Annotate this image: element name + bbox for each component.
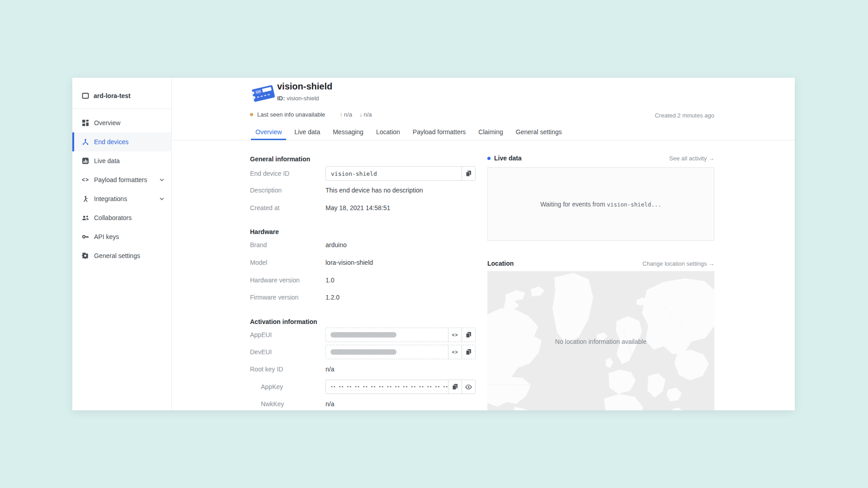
nwkkey-label: NwkKey xyxy=(261,400,284,408)
end-device-id-input[interactable] xyxy=(326,167,462,180)
console-window: ard-lora-test Overview End devices Live xyxy=(72,78,795,410)
tabbar: Overview Live data Messaging Location Pa… xyxy=(172,128,795,141)
see-all-activity-link[interactable]: See all activity → xyxy=(669,155,714,162)
appeui-input-group: <> xyxy=(326,328,476,342)
sidebar-divider xyxy=(72,108,171,109)
chevron-down-icon xyxy=(160,197,164,200)
device-id-line: ID: vision-shield xyxy=(277,95,319,102)
code-icon: <> xyxy=(82,177,89,183)
page-title: vision-shield xyxy=(277,81,332,92)
live-data-panel-header: Live data See all activity → xyxy=(487,155,714,162)
sidebar-item-collaborators[interactable]: Collaborators xyxy=(72,208,171,227)
deveui-input-group: <> xyxy=(326,345,476,359)
tab-payload-formatters[interactable]: Payload formatters xyxy=(413,128,466,140)
uplink-arrow-icon: ↑ xyxy=(340,111,343,118)
eye-icon xyxy=(465,385,472,389)
brand-label: Brand xyxy=(250,241,267,249)
sidebar-item-payload-formatters[interactable]: <> Payload formatters xyxy=(72,170,171,189)
waiting-for-events-text: Waiting for events from vision-shield... xyxy=(540,201,661,208)
live-data-title: Live data xyxy=(494,155,522,162)
change-location-settings-link[interactable]: Change location settings → xyxy=(642,260,714,267)
status-text: Last seen info unavailable xyxy=(257,111,325,118)
location-map[interactable]: No location information available xyxy=(487,271,714,410)
model-label: Model xyxy=(250,259,267,266)
copy-icon xyxy=(466,332,472,338)
appeui-label: AppEUI xyxy=(250,331,272,338)
no-location-text: No location information available xyxy=(487,338,714,345)
appkey-label: AppKey xyxy=(261,383,283,390)
nwkkey-value: n/a xyxy=(326,400,334,408)
hardware-title: Hardware xyxy=(250,228,279,235)
device-status-row: Last seen info unavailable ↑ n/a ↓ n/a xyxy=(250,111,372,118)
deveui-hidden-value xyxy=(326,345,448,359)
downlink-stat: ↓ n/a xyxy=(359,111,372,118)
root-key-id-value: n/a xyxy=(326,366,334,373)
location-panel-header: Location Change location settings → xyxy=(487,260,714,267)
tab-general-settings[interactable]: General settings xyxy=(516,128,562,140)
collaborators-icon xyxy=(82,214,89,221)
redacted-bar xyxy=(330,349,396,355)
location-title: Location xyxy=(487,260,514,267)
sidebar: ard-lora-test Overview End devices Live xyxy=(72,78,172,410)
sidebar-item-integrations[interactable]: Integrations xyxy=(72,189,171,208)
appkey-masked-value: •• •• •• •• •• •• •• •• •• •• •• •• •• •… xyxy=(326,380,448,394)
sidebar-item-general-settings[interactable]: General settings xyxy=(72,246,171,265)
gear-icon xyxy=(82,252,89,259)
live-data-icon xyxy=(82,157,89,164)
appeui-hidden-value xyxy=(326,328,448,342)
chevron-down-icon xyxy=(160,178,164,181)
sidebar-app-name[interactable]: ard-lora-test xyxy=(72,87,171,105)
activation-information-title: Activation information xyxy=(250,318,317,325)
application-icon xyxy=(82,92,89,99)
sidebar-item-end-devices[interactable]: End devices xyxy=(72,132,171,151)
dashboard-icon xyxy=(82,119,89,127)
firmware-version-value: 1.2.0 xyxy=(326,294,340,301)
uplink-stat: ↑ n/a xyxy=(340,111,352,118)
redacted-bar xyxy=(330,332,396,338)
end-device-id-input-group xyxy=(326,166,476,181)
tab-location[interactable]: Location xyxy=(376,128,400,140)
end-devices-icon xyxy=(82,138,89,145)
reveal-button[interactable] xyxy=(462,380,475,394)
copy-icon xyxy=(466,349,472,355)
sidebar-item-api-keys[interactable]: API keys xyxy=(72,227,171,246)
end-device-id-label: End device ID xyxy=(250,170,289,177)
tab-live-data[interactable]: Live data xyxy=(294,128,320,140)
copy-button[interactable] xyxy=(462,167,475,180)
live-data-panel: Waiting for events from vision-shield... xyxy=(487,167,714,241)
firmware-version-label: Firmware version xyxy=(250,294,298,301)
device-icon xyxy=(250,82,276,105)
root-key-id-label: Root key ID xyxy=(250,366,283,373)
copy-icon xyxy=(466,170,472,177)
created-ago-text: Created 2 minutes ago xyxy=(655,112,714,119)
live-dot-icon xyxy=(487,157,491,160)
toggle-byte-format-button[interactable]: <> xyxy=(448,345,462,359)
tab-messaging[interactable]: Messaging xyxy=(333,128,363,140)
status-dot-icon xyxy=(250,113,253,116)
hardware-version-label: Hardware version xyxy=(250,277,300,284)
tab-claiming[interactable]: Claiming xyxy=(478,128,503,140)
hardware-version-value: 1.0 xyxy=(326,277,334,284)
key-icon xyxy=(82,233,89,240)
description-value: This end device has no description xyxy=(326,187,423,194)
copy-button[interactable] xyxy=(448,380,462,394)
tab-overview[interactable]: Overview xyxy=(251,128,286,140)
copy-button[interactable] xyxy=(462,345,475,359)
integrations-icon xyxy=(82,195,89,202)
sidebar-item-overview[interactable]: Overview xyxy=(72,113,171,132)
model-value: lora-vision-shield xyxy=(326,259,373,266)
toggle-byte-format-button[interactable]: <> xyxy=(448,328,462,342)
created-at-value: May 18, 2021 14:58:51 xyxy=(326,204,390,211)
created-at-label: Created at xyxy=(250,204,279,211)
description-label: Description xyxy=(250,187,282,194)
device-id-value: vision-shield xyxy=(287,95,319,102)
deveui-label: DevEUI xyxy=(250,348,272,356)
downlink-arrow-icon: ↓ xyxy=(359,111,363,118)
copy-button[interactable] xyxy=(462,328,475,342)
appkey-input-group: •• •• •• •• •• •• •• •• •• •• •• •• •• •… xyxy=(326,380,476,394)
code-icon: <> xyxy=(452,333,458,338)
general-information-title: General information xyxy=(250,155,310,163)
sidebar-item-live-data[interactable]: Live data xyxy=(72,151,171,170)
brand-value: arduino xyxy=(326,241,347,249)
device-id-label: ID: xyxy=(277,95,285,102)
